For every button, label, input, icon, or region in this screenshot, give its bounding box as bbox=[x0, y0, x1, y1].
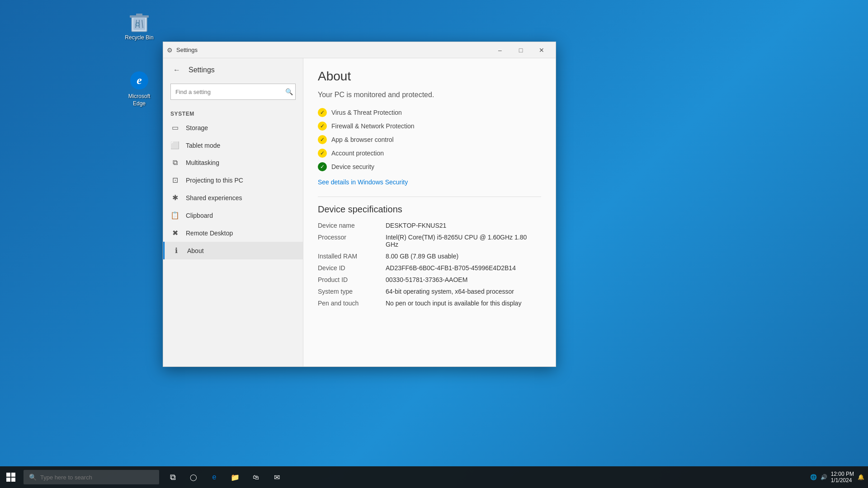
nav-item-multitasking-label: Multitasking bbox=[186, 159, 219, 166]
microsoft-edge-icon[interactable]: e Microsoft Edge bbox=[121, 68, 157, 109]
spec-label-pen-touch: Pen and touch bbox=[318, 300, 386, 307]
edge-label: Microsoft Edge bbox=[123, 93, 156, 107]
nav-item-about-label: About bbox=[187, 247, 204, 254]
account-protection-icon: ✓ bbox=[318, 149, 327, 158]
window-controls: – □ ✕ bbox=[490, 43, 552, 57]
spec-row-pen-touch: Pen and touch No pen or touch input is a… bbox=[318, 300, 541, 307]
storage-icon: ▭ bbox=[170, 123, 179, 132]
nav-item-multitasking[interactable]: ⧉ Multitasking bbox=[163, 154, 303, 171]
clipboard-icon: 📋 bbox=[170, 211, 179, 220]
app-browser-label: App & browser control bbox=[331, 136, 394, 143]
device-security-icon: ✓ bbox=[318, 162, 327, 171]
nav-item-clipboard[interactable]: 📋 Clipboard bbox=[163, 206, 303, 224]
nav-item-projecting[interactable]: ⊡ Projecting to this PC bbox=[163, 171, 303, 189]
nav-item-storage[interactable]: ▭ Storage bbox=[163, 119, 303, 136]
svg-rect-13 bbox=[11, 478, 15, 482]
volume-icon[interactable]: 🔊 bbox=[821, 474, 827, 480]
taskbar-icons: ⧉ ◯ e 📁 🛍 ✉ bbox=[163, 467, 287, 487]
title-bar-title: Settings bbox=[176, 47, 490, 53]
spec-value-pen-touch: No pen or touch input is available for t… bbox=[386, 300, 541, 307]
right-panel: About Your PC is monitored and protected… bbox=[303, 58, 556, 366]
nav-item-projecting-label: Projecting to this PC bbox=[186, 177, 243, 184]
settings-window-icon: ⚙ bbox=[167, 47, 173, 54]
edge-taskbar-button[interactable]: e bbox=[204, 467, 224, 487]
nav-item-remote-label: Remote Desktop bbox=[186, 230, 233, 237]
spec-label-device-name: Device name bbox=[318, 222, 386, 229]
recycle-bin-image: ♻ bbox=[128, 11, 150, 33]
svg-text:e: e bbox=[137, 74, 142, 87]
spec-value-device-name: DESKTOP-FKNUS21 bbox=[386, 222, 541, 229]
spec-row-system-type: System type 64-bit operating system, x64… bbox=[318, 288, 541, 295]
security-item-account: ✓ Account protection bbox=[318, 149, 541, 158]
nav-item-shared-label: Shared experiences bbox=[186, 194, 242, 202]
start-button[interactable] bbox=[0, 466, 22, 488]
tablet-icon: ⬜ bbox=[170, 141, 179, 150]
close-button[interactable]: ✕ bbox=[531, 43, 552, 57]
svg-rect-10 bbox=[6, 473, 10, 477]
store-button[interactable]: 🛍 bbox=[246, 467, 266, 487]
explorer-button[interactable]: 📁 bbox=[225, 467, 245, 487]
back-button[interactable]: ← bbox=[170, 64, 183, 76]
spec-value-processor: Intel(R) Core(TM) i5-8265U CPU @ 1.60GHz… bbox=[386, 234, 541, 248]
nav-item-storage-label: Storage bbox=[186, 124, 208, 131]
settings-nav-title: Settings bbox=[189, 66, 215, 74]
spec-label-product-id: Product ID bbox=[318, 276, 386, 283]
firewall-label: Firewall & Network Protection bbox=[331, 122, 415, 130]
taskbar-right: 🌐 🔊 12:00 PM1/1/2024 🔔 bbox=[810, 471, 868, 483]
clock: 12:00 PM1/1/2024 bbox=[831, 471, 854, 483]
nav-header: ← Settings bbox=[163, 58, 303, 82]
taskbar-search-input[interactable] bbox=[40, 474, 154, 481]
desktop: ♻ Recycle Bin e Microsoft Edge ⚙ Setting… bbox=[0, 0, 868, 488]
system-section-label: System bbox=[163, 107, 303, 119]
nav-item-tablet[interactable]: ⬜ Tablet mode bbox=[163, 136, 303, 154]
spec-value-product-id: 00330-51781-37363-AAOEM bbox=[386, 276, 541, 283]
recycle-bin-icon[interactable]: ♻ Recycle Bin bbox=[121, 9, 157, 43]
about-title: About bbox=[318, 69, 541, 84]
recycle-bin-label: Recycle Bin bbox=[125, 34, 153, 42]
notification-icon[interactable]: 🔔 bbox=[858, 474, 864, 480]
svg-rect-3 bbox=[136, 14, 142, 16]
spec-table: Device name DESKTOP-FKNUS21 Processor In… bbox=[318, 222, 541, 307]
spec-value-ram: 8.00 GB (7.89 GB usable) bbox=[386, 253, 541, 260]
taskbar-search-icon: 🔍 bbox=[29, 474, 37, 481]
spec-label-system-type: System type bbox=[318, 288, 386, 295]
edge-image: e bbox=[128, 70, 150, 91]
spec-row-ram: Installed RAM 8.00 GB (7.89 GB usable) bbox=[318, 253, 541, 260]
nav-item-remote-desktop[interactable]: ✖ Remote Desktop bbox=[163, 224, 303, 242]
spec-label-ram: Installed RAM bbox=[318, 253, 386, 260]
task-view-button[interactable]: ⧉ bbox=[163, 467, 183, 487]
security-item-app-browser: ✓ App & browser control bbox=[318, 135, 541, 144]
taskbar: 🔍 ⧉ ◯ e 📁 🛍 ✉ 🌐 🔊 12:00 PM1/1/2024 🔔 bbox=[0, 466, 868, 488]
virus-protection-icon: ✓ bbox=[318, 108, 327, 117]
account-protection-label: Account protection bbox=[331, 150, 384, 157]
cortana-button[interactable]: ◯ bbox=[184, 467, 203, 487]
spec-value-device-id: AD23FF6B-6B0C-4FB1-B705-45996E4D2B14 bbox=[386, 264, 541, 272]
virus-protection-label: Virus & Threat Protection bbox=[331, 109, 402, 116]
security-item-device: ✓ Device security bbox=[318, 162, 541, 171]
maximize-button[interactable]: □ bbox=[510, 43, 531, 57]
projecting-icon: ⊡ bbox=[170, 176, 179, 184]
shared-experiences-icon: ✱ bbox=[170, 193, 179, 202]
search-icon-button[interactable]: 🔍 bbox=[285, 88, 293, 95]
spec-value-system-type: 64-bit operating system, x64-based proce… bbox=[386, 288, 541, 295]
mail-button[interactable]: ✉ bbox=[267, 467, 287, 487]
nav-item-shared-experiences[interactable]: ✱ Shared experiences bbox=[163, 189, 303, 206]
svg-text:♻: ♻ bbox=[135, 21, 141, 28]
network-icon[interactable]: 🌐 bbox=[810, 474, 817, 480]
see-details-link[interactable]: See details in Windows Security bbox=[318, 178, 541, 186]
search-input[interactable] bbox=[170, 84, 296, 100]
nav-item-clipboard-label: Clipboard bbox=[186, 212, 213, 219]
firewall-icon: ✓ bbox=[318, 122, 327, 131]
multitasking-icon: ⧉ bbox=[170, 159, 179, 167]
title-bar: ⚙ Settings – □ ✕ bbox=[163, 42, 556, 58]
spec-label-device-id: Device ID bbox=[318, 264, 386, 272]
device-spec-title: Device specifications bbox=[318, 204, 541, 215]
spec-label-processor: Processor bbox=[318, 234, 386, 248]
nav-item-about[interactable]: ℹ About bbox=[163, 242, 303, 259]
settings-window: ⚙ Settings – □ ✕ ← Settings 🔍 System bbox=[163, 42, 556, 367]
security-item-firewall: ✓ Firewall & Network Protection bbox=[318, 122, 541, 131]
svg-rect-12 bbox=[6, 478, 10, 482]
svg-rect-11 bbox=[11, 473, 15, 477]
minimize-button[interactable]: – bbox=[490, 43, 510, 57]
taskbar-search-box[interactable]: 🔍 bbox=[24, 470, 159, 484]
